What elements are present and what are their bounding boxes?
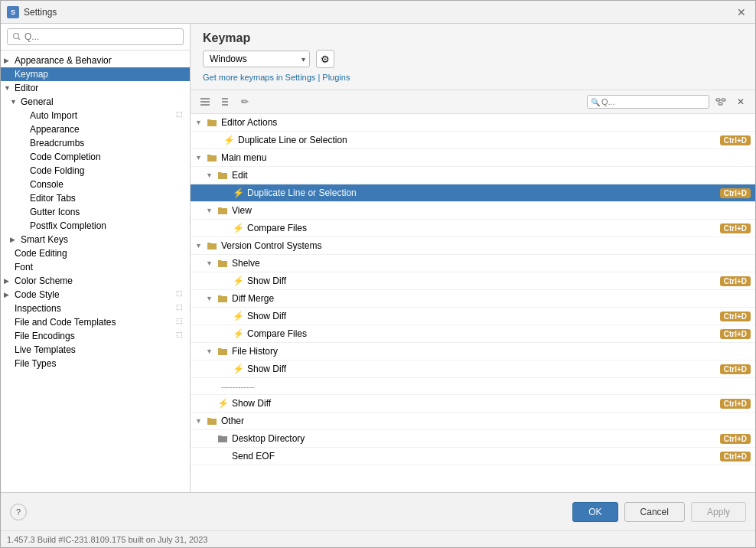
- folder-icon: [217, 169, 229, 181]
- chevron-right-icon: ▶: [4, 291, 15, 298]
- chevron-placeholder: [4, 332, 15, 340]
- chevron-placeholder: [19, 194, 30, 202]
- expand-arrow-icon: ▼: [206, 207, 217, 214]
- sidebar-item-label: Auto Import: [30, 110, 176, 121]
- chevron-right-icon: ▶: [4, 277, 15, 285]
- shortcut-badge: Ctrl+D: [720, 276, 751, 286]
- sidebar-item-appearance-behavior[interactable]: ▶ Appearance & Behavior: [1, 54, 190, 67]
- sidebar-item-code-editing[interactable]: Code Editing: [1, 246, 190, 260]
- footer-buttons: OK Cancel Apply: [572, 502, 746, 522]
- sidebar-item-inspections[interactable]: Inspections ⬚: [1, 302, 190, 315]
- sidebar-item-console[interactable]: Console: [1, 178, 190, 191]
- folder-icon: [217, 257, 229, 269]
- collapse-all-button[interactable]: [217, 93, 233, 110]
- chevron-placeholder: [19, 181, 30, 188]
- sidebar-item-label: File Types: [15, 358, 187, 369]
- km-row-shelve[interactable]: ▼ Shelve: [191, 255, 755, 272]
- km-row-desktop-directory[interactable]: Desktop Directory Ctrl+D: [191, 430, 755, 448]
- chevron-placeholder: [19, 153, 30, 161]
- sidebar-item-gutter-icons[interactable]: Gutter Icons: [1, 205, 190, 219]
- sidebar-item-general[interactable]: ▼ General: [1, 95, 190, 109]
- sidebar-item-label: Code Completion: [30, 152, 187, 162]
- sidebar-search-input[interactable]: [7, 28, 184, 45]
- sidebar-item-code-style[interactable]: ▶ Code Style ⬚: [1, 288, 190, 302]
- km-row-vcs[interactable]: ▼ Version Control Systems: [191, 237, 755, 255]
- sidebar-item-code-completion[interactable]: Code Completion: [1, 150, 190, 164]
- km-row-show-diff-3[interactable]: ⚡ Show Diff Ctrl+D: [191, 360, 755, 378]
- edit-shortcut-button[interactable]: ✏: [236, 93, 253, 110]
- cancel-button[interactable]: Cancel: [624, 502, 685, 522]
- sidebar-item-font[interactable]: Font: [1, 260, 190, 274]
- expand-arrow-icon: ▼: [206, 171, 217, 179]
- chevron-placeholder: [4, 360, 15, 367]
- km-item-label: File History: [232, 346, 751, 357]
- chevron-placeholder: [19, 222, 30, 230]
- folder-icon: [206, 240, 218, 252]
- action-icon: ⚡: [232, 187, 244, 199]
- km-row-editor-actions[interactable]: ▼ Editor Actions: [191, 114, 755, 132]
- km-row-send-eof[interactable]: Send EOF Ctrl+D: [191, 448, 755, 465]
- keymap-search-input[interactable]: [601, 97, 701, 106]
- clear-search-button[interactable]: ✕: [732, 93, 749, 110]
- folder-icon: [206, 415, 218, 427]
- sidebar-item-postfix-completion[interactable]: Postfix Completion: [1, 219, 190, 233]
- sidebar-item-editor[interactable]: ▼ Editor: [1, 81, 190, 95]
- get-more-keymaps-link[interactable]: Get more keymaps in Settings | Plugins: [203, 73, 350, 82]
- km-row-main-menu[interactable]: ▼ Main menu: [191, 149, 755, 167]
- km-row-compare-files-2[interactable]: ⚡ Compare Files Ctrl+D: [191, 325, 755, 343]
- km-row-compare-files-1[interactable]: ⚡ Compare Files Ctrl+D: [191, 220, 755, 237]
- sidebar-item-keymap[interactable]: Keymap: [1, 67, 190, 81]
- chevron-placeholder: [4, 305, 15, 312]
- sidebar-item-file-encodings[interactable]: File Encodings ⬚: [1, 329, 190, 343]
- link-bar: Get more keymaps in Settings | Plugins: [203, 73, 743, 82]
- chevron-placeholder: [4, 263, 15, 271]
- km-row-show-diff-4[interactable]: ⚡ Show Diff Ctrl+D: [191, 395, 755, 413]
- content-area: ▶ Appearance & Behavior Keymap ▼ Editor …: [1, 24, 755, 492]
- sidebar-item-auto-import[interactable]: Auto Import ⬚: [1, 109, 190, 122]
- chevron-placeholder: [19, 126, 30, 133]
- chevron-placeholder: [4, 346, 15, 354]
- sidebar-item-color-scheme[interactable]: ▶ Color Scheme: [1, 274, 190, 288]
- sidebar-item-file-types[interactable]: File Types: [1, 357, 190, 370]
- sidebar-item-live-templates[interactable]: Live Templates: [1, 343, 190, 357]
- keymap-toolbar: ✏ 🔍 ✕: [191, 90, 755, 114]
- svg-rect-7: [722, 99, 725, 101]
- panel-header: Keymap Windows macOS Linux Default ⚙ Get…: [191, 24, 755, 90]
- sidebar-item-smart-keys[interactable]: ▶ Smart Keys: [1, 233, 190, 246]
- sidebar-item-appearance-sub[interactable]: Appearance: [1, 122, 190, 136]
- expand-all-button[interactable]: [197, 93, 213, 110]
- gear-button[interactable]: ⚙: [316, 50, 334, 68]
- sidebar-item-editor-tabs[interactable]: Editor Tabs: [1, 191, 190, 205]
- km-row-diff-merge[interactable]: ▼ Diff Merge: [191, 290, 755, 308]
- km-row-show-diff-1[interactable]: ⚡ Show Diff Ctrl+D: [191, 272, 755, 290]
- sidebar-item-file-and-code-templates[interactable]: File and Code Templates ⬚: [1, 315, 190, 329]
- help-button[interactable]: ?: [10, 504, 27, 520]
- close-button[interactable]: ✕: [734, 5, 749, 20]
- km-row-duplicate-line-2[interactable]: ⚡ Duplicate Line or Selection Ctrl+D: [191, 184, 755, 202]
- action-icon: ⚡: [232, 363, 244, 375]
- sidebar: ▶ Appearance & Behavior Keymap ▼ Editor …: [1, 24, 191, 492]
- km-row-show-diff-2[interactable]: ⚡ Show Diff Ctrl+D: [191, 308, 755, 325]
- sidebar-item-breadcrumbs[interactable]: Breadcrumbs: [1, 136, 190, 150]
- search-by-shortcut-button[interactable]: [712, 93, 729, 110]
- km-item-label: Version Control Systems: [221, 240, 751, 251]
- km-row-view-folder[interactable]: ▼ View: [191, 202, 755, 220]
- km-row-file-history[interactable]: ▼ File History: [191, 343, 755, 360]
- chevron-placeholder: [19, 167, 30, 175]
- km-row-edit-folder[interactable]: ▼ Edit: [191, 167, 755, 184]
- sidebar-item-label: Appearance: [30, 124, 187, 135]
- km-item-label: Compare Files: [247, 328, 720, 339]
- shortcut-badge: Ctrl+D: [720, 452, 751, 462]
- apply-button[interactable]: Apply: [691, 502, 746, 522]
- badge-icon: ⬚: [176, 317, 187, 328]
- km-row-other[interactable]: ▼ Other: [191, 413, 755, 430]
- chevron-placeholder: [4, 70, 15, 78]
- keymap-dropdown[interactable]: Windows macOS Linux Default: [203, 51, 310, 67]
- ok-button[interactable]: OK: [572, 502, 618, 522]
- expand-arrow-icon: ▼: [206, 259, 217, 267]
- km-row-duplicate-line-1[interactable]: ⚡ Duplicate Line or Selection Ctrl+D: [191, 132, 755, 149]
- km-item-label: View: [232, 205, 751, 216]
- sidebar-item-code-folding[interactable]: Code Folding: [1, 164, 190, 178]
- app-icon: S: [7, 6, 19, 18]
- shortcut-badge: Ctrl+D: [720, 312, 751, 321]
